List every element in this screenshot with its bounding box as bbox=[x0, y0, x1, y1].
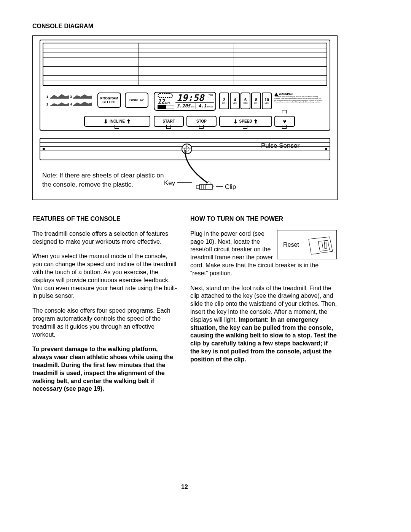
speed-6-button[interactable]: 6MPH bbox=[241, 93, 250, 109]
progress-icon bbox=[158, 105, 174, 109]
program-select-button[interactable]: PROGRAM SELECT bbox=[97, 93, 121, 108]
power-heading: HOW TO TURN ON THE POWER bbox=[190, 215, 337, 223]
svg-rect-16 bbox=[325, 243, 327, 248]
features-p3: The console also offers four speed progr… bbox=[32, 307, 179, 339]
heart-icon: ♥ bbox=[283, 118, 287, 125]
features-p1: The treadmill console offers a selection… bbox=[32, 230, 179, 246]
svg-rect-7 bbox=[199, 185, 212, 189]
circuit-breaker-icon bbox=[307, 236, 333, 255]
display-button[interactable]: DISPLAY bbox=[125, 93, 148, 108]
speed-2-button[interactable]: 2MPH bbox=[219, 93, 229, 109]
reset-diagram: Reset bbox=[277, 230, 337, 259]
console-diagram-heading: CONSOLE DIAGRAM bbox=[32, 23, 379, 30]
arrow-down-icon: ⬇ bbox=[104, 119, 108, 124]
clip-label: Clip bbox=[225, 183, 236, 191]
arrow-down-icon: ⬇ bbox=[233, 119, 238, 124]
profile-icon bbox=[50, 93, 69, 99]
speed-8-button[interactable]: 8MPH bbox=[251, 93, 261, 109]
power-p2: Next, stand on the foot rails of the tre… bbox=[190, 284, 337, 364]
console-diagram: 1 3 2 4 PROGRAM SELECT DISPLAY 12LAPS 19… bbox=[32, 35, 338, 200]
svg-rect-8 bbox=[196, 185, 199, 189]
clip-icon bbox=[196, 182, 215, 192]
profile-icon bbox=[73, 101, 92, 106]
pulse-sensor-label: Pulse Sensor bbox=[261, 142, 299, 150]
profile-icon bbox=[73, 93, 92, 99]
lcd-display: 12LAPS 19:58 TIME 3.205DIST. 4.1SPEED bbox=[154, 92, 216, 111]
features-column: FEATURES OF THE CONSOLE The treadmill co… bbox=[32, 215, 179, 400]
reset-label: Reset bbox=[283, 241, 299, 249]
arrow-up-icon: ⬆ bbox=[253, 119, 258, 124]
program-profiles: 1 3 2 4 bbox=[46, 93, 94, 108]
features-heading: FEATURES OF THE CONSOLE bbox=[32, 215, 179, 223]
track-icon bbox=[158, 93, 173, 98]
svg-line-14 bbox=[322, 242, 323, 249]
console-frame: 1 3 2 4 PROGRAM SELECT DISPLAY 12LAPS 19… bbox=[40, 40, 330, 131]
arrow-up-icon: ⬆ bbox=[126, 119, 131, 124]
svg-rect-2 bbox=[158, 105, 166, 109]
power-column: HOW TO TURN ON THE POWER Reset Plug in t… bbox=[190, 215, 337, 400]
svg-rect-0 bbox=[158, 94, 172, 97]
features-p4: To prevent damage to the walking platfor… bbox=[32, 345, 179, 393]
page-number: 12 bbox=[32, 484, 337, 490]
svg-marker-12 bbox=[309, 237, 333, 254]
plastic-note: Note: If there are sheets of clear plast… bbox=[42, 171, 164, 189]
key-label: Key bbox=[164, 179, 175, 187]
top-vent-panel bbox=[43, 43, 327, 86]
svg-marker-13 bbox=[318, 240, 330, 251]
profile-icon bbox=[50, 101, 69, 106]
speed-10-button[interactable]: 10MPH bbox=[262, 93, 272, 109]
warning-label: WARNING: To reduce risk of serious injur… bbox=[274, 93, 323, 108]
features-p2: When you select the manual mode of the c… bbox=[32, 252, 179, 300]
speed-4-button[interactable]: 4MPH bbox=[230, 93, 240, 109]
